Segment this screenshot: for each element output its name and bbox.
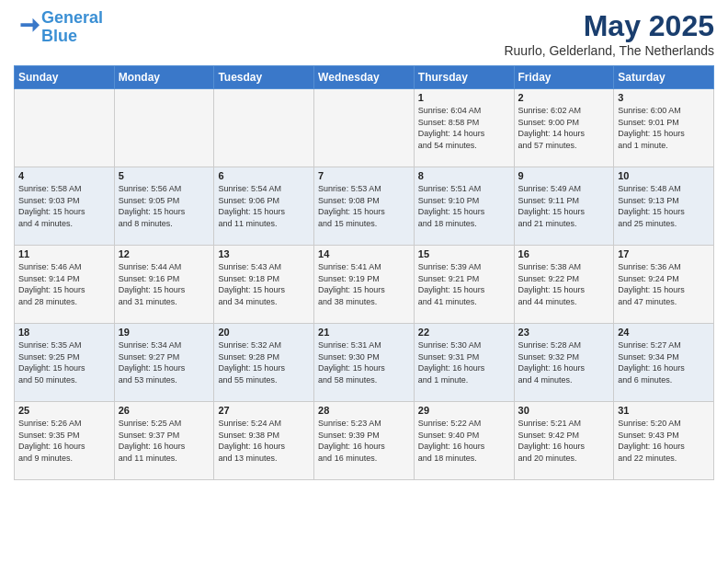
day-info: Sunrise: 5:46 AMSunset: 9:14 PMDaylight:… <box>18 261 110 307</box>
day-number: 8 <box>418 170 510 181</box>
weekday-header-wednesday: Wednesday <box>314 66 415 89</box>
day-info: Sunrise: 5:25 AMSunset: 9:37 PMDaylight:… <box>119 418 210 464</box>
day-info: Sunrise: 5:36 AMSunset: 9:24 PMDaylight:… <box>618 261 710 307</box>
calendar-cell: 5Sunrise: 5:56 AMSunset: 9:05 PMDaylight… <box>114 167 214 246</box>
day-info: Sunrise: 5:28 AMSunset: 9:32 PMDaylight:… <box>518 339 610 385</box>
day-number: 18 <box>18 327 110 338</box>
calendar-cell: 11Sunrise: 5:46 AMSunset: 9:14 PMDayligh… <box>15 246 115 324</box>
day-number: 5 <box>119 170 210 181</box>
day-number: 28 <box>318 405 410 416</box>
calendar-cell: 28Sunrise: 5:23 AMSunset: 9:39 PMDayligh… <box>314 402 415 480</box>
calendar-cell: 22Sunrise: 5:30 AMSunset: 9:31 PMDayligh… <box>414 324 514 402</box>
calendar-cell <box>114 89 214 167</box>
day-info: Sunrise: 5:35 AMSunset: 9:25 PMDaylight:… <box>18 339 110 385</box>
calendar-cell: 12Sunrise: 5:44 AMSunset: 9:16 PMDayligh… <box>114 246 214 324</box>
day-number: 11 <box>18 248 110 259</box>
calendar-cell: 1Sunrise: 6:04 AMSunset: 8:58 PMDaylight… <box>414 89 514 167</box>
calendar-cell: 21Sunrise: 5:31 AMSunset: 9:30 PMDayligh… <box>314 324 415 402</box>
day-number: 20 <box>218 327 310 338</box>
day-number: 25 <box>18 405 110 416</box>
day-info: Sunrise: 5:41 AMSunset: 9:19 PMDaylight:… <box>318 261 410 307</box>
day-number: 22 <box>418 327 510 338</box>
day-info: Sunrise: 5:23 AMSunset: 9:39 PMDaylight:… <box>318 418 410 464</box>
calendar-cell: 19Sunrise: 5:34 AMSunset: 9:27 PMDayligh… <box>114 324 214 402</box>
day-number: 4 <box>18 170 110 181</box>
calendar-cell: 25Sunrise: 5:26 AMSunset: 9:35 PMDayligh… <box>15 402 115 480</box>
day-number: 2 <box>518 92 610 103</box>
day-info: Sunrise: 5:43 AMSunset: 9:18 PMDaylight:… <box>218 261 310 307</box>
day-info: Sunrise: 5:31 AMSunset: 9:30 PMDaylight:… <box>318 339 410 385</box>
day-info: Sunrise: 5:21 AMSunset: 9:42 PMDaylight:… <box>518 418 610 464</box>
day-info: Sunrise: 5:38 AMSunset: 9:22 PMDaylight:… <box>518 261 610 307</box>
calendar-week-row: 18Sunrise: 5:35 AMSunset: 9:25 PMDayligh… <box>15 324 714 402</box>
weekday-header-monday: Monday <box>114 66 214 89</box>
calendar-cell <box>15 89 115 167</box>
title-block: May 2025 Ruurlo, Gelderland, The Netherl… <box>504 9 714 58</box>
day-number: 23 <box>518 327 610 338</box>
day-info: Sunrise: 5:20 AMSunset: 9:43 PMDaylight:… <box>618 418 710 464</box>
calendar-cell: 31Sunrise: 5:20 AMSunset: 9:43 PMDayligh… <box>614 402 714 480</box>
day-number: 3 <box>618 92 710 103</box>
weekday-header-row: SundayMondayTuesdayWednesdayThursdayFrid… <box>15 66 714 89</box>
day-number: 12 <box>119 248 210 259</box>
calendar-cell <box>314 89 415 167</box>
day-info: Sunrise: 5:48 AMSunset: 9:13 PMDaylight:… <box>618 183 710 229</box>
day-number: 17 <box>618 248 710 259</box>
calendar-cell: 29Sunrise: 5:22 AMSunset: 9:40 PMDayligh… <box>414 402 514 480</box>
month-title: May 2025 <box>504 9 714 43</box>
calendar-cell: 18Sunrise: 5:35 AMSunset: 9:25 PMDayligh… <box>15 324 115 402</box>
calendar-cell <box>214 89 314 167</box>
calendar-cell: 30Sunrise: 5:21 AMSunset: 9:42 PMDayligh… <box>514 402 614 480</box>
day-number: 31 <box>618 405 710 416</box>
day-number: 6 <box>218 170 310 181</box>
day-number: 15 <box>418 248 510 259</box>
day-number: 30 <box>518 405 610 416</box>
day-info: Sunrise: 5:22 AMSunset: 9:40 PMDaylight:… <box>418 418 510 464</box>
logo-text: General Blue <box>41 9 103 46</box>
day-info: Sunrise: 5:32 AMSunset: 9:28 PMDaylight:… <box>218 339 310 385</box>
day-number: 9 <box>518 170 610 181</box>
calendar-cell: 9Sunrise: 5:49 AMSunset: 9:11 PMDaylight… <box>514 167 614 246</box>
day-number: 19 <box>119 327 210 338</box>
calendar-week-row: 1Sunrise: 6:04 AMSunset: 8:58 PMDaylight… <box>15 89 714 167</box>
day-info: Sunrise: 5:26 AMSunset: 9:35 PMDaylight:… <box>18 418 110 464</box>
weekday-header-friday: Friday <box>514 66 614 89</box>
day-info: Sunrise: 5:54 AMSunset: 9:06 PMDaylight:… <box>218 183 310 229</box>
day-number: 26 <box>119 405 210 416</box>
day-number: 10 <box>618 170 710 181</box>
day-info: Sunrise: 5:34 AMSunset: 9:27 PMDaylight:… <box>119 339 210 385</box>
day-number: 1 <box>418 92 510 103</box>
day-info: Sunrise: 6:02 AMSunset: 9:00 PMDaylight:… <box>518 105 610 151</box>
calendar-cell: 24Sunrise: 5:27 AMSunset: 9:34 PMDayligh… <box>614 324 714 402</box>
logo-line2: Blue <box>41 27 77 45</box>
weekday-header-thursday: Thursday <box>414 66 514 89</box>
weekday-header-sunday: Sunday <box>15 66 115 89</box>
day-number: 16 <box>518 248 610 259</box>
day-number: 21 <box>318 327 410 338</box>
logo: General Blue <box>14 9 103 46</box>
logo-icon <box>14 15 40 40</box>
logo-line1: General <box>41 8 103 27</box>
page-header: General Blue May 2025 Ruurlo, Gelderland… <box>14 9 714 58</box>
day-number: 14 <box>318 248 410 259</box>
calendar-week-row: 11Sunrise: 5:46 AMSunset: 9:14 PMDayligh… <box>15 246 714 324</box>
weekday-header-tuesday: Tuesday <box>214 66 314 89</box>
day-info: Sunrise: 5:56 AMSunset: 9:05 PMDaylight:… <box>119 183 210 229</box>
day-info: Sunrise: 5:44 AMSunset: 9:16 PMDaylight:… <box>119 261 210 307</box>
day-info: Sunrise: 5:24 AMSunset: 9:38 PMDaylight:… <box>218 418 310 464</box>
calendar-cell: 10Sunrise: 5:48 AMSunset: 9:13 PMDayligh… <box>614 167 714 246</box>
weekday-header-saturday: Saturday <box>614 66 714 89</box>
calendar-cell: 23Sunrise: 5:28 AMSunset: 9:32 PMDayligh… <box>514 324 614 402</box>
day-number: 13 <box>218 248 310 259</box>
day-number: 24 <box>618 327 710 338</box>
calendar-week-row: 25Sunrise: 5:26 AMSunset: 9:35 PMDayligh… <box>15 402 714 480</box>
day-info: Sunrise: 5:51 AMSunset: 9:10 PMDaylight:… <box>418 183 510 229</box>
calendar-cell: 13Sunrise: 5:43 AMSunset: 9:18 PMDayligh… <box>214 246 314 324</box>
day-number: 27 <box>218 405 310 416</box>
calendar-cell: 7Sunrise: 5:53 AMSunset: 9:08 PMDaylight… <box>314 167 415 246</box>
day-info: Sunrise: 6:00 AMSunset: 9:01 PMDaylight:… <box>618 105 710 151</box>
day-number: 7 <box>318 170 410 181</box>
calendar-cell: 3Sunrise: 6:00 AMSunset: 9:01 PMDaylight… <box>614 89 714 167</box>
calendar-cell: 27Sunrise: 5:24 AMSunset: 9:38 PMDayligh… <box>214 402 314 480</box>
calendar-cell: 4Sunrise: 5:58 AMSunset: 9:03 PMDaylight… <box>15 167 115 246</box>
